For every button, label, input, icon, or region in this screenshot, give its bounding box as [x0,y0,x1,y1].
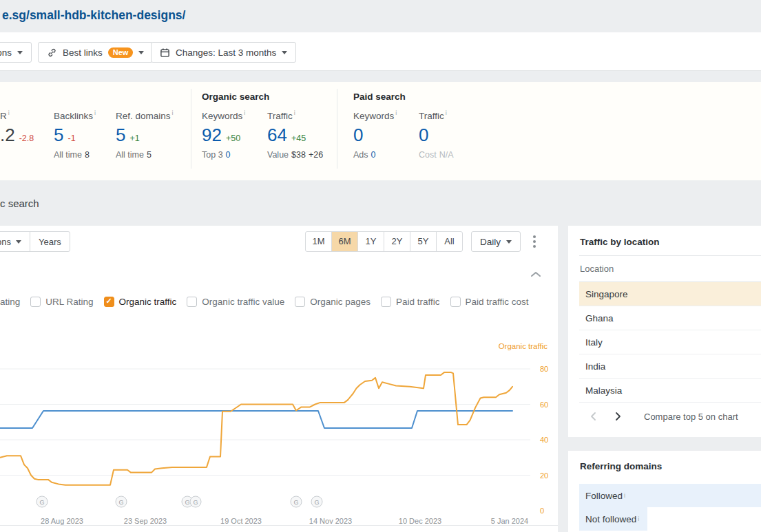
divider [337,89,337,169]
svg-text:23 Sep 2023: 23 Sep 2023 [124,517,167,525]
checkbox-unchecked-icon [450,297,461,307]
best-links-button[interactable]: Best links New [38,42,153,63]
legend-item-organic-pages[interactable]: Organic pages [295,297,371,307]
range-1m[interactable]: 1M [306,232,331,251]
location-row-italy[interactable]: Italy [579,330,761,354]
referring-domains-panel: Referring domains Followedi Not followed… [568,451,761,532]
changes-label: Changes: Last 3 months [176,47,276,58]
svg-text:28 Aug 2023: 28 Aug 2023 [41,517,83,525]
years-label: Years [39,237,61,247]
location-row-malaysia[interactable]: Malaysia [579,379,761,403]
info-icon[interactable]: i [294,109,295,116]
compare-top5-link[interactable]: Compare top 5 on chart [644,412,738,422]
target-url[interactable]: e.sg/small-hdb-kitchen-designs/ [2,8,185,23]
granularity-dropdown[interactable]: Daily [471,231,521,252]
svg-text:G: G [293,499,298,506]
svg-text:0: 0 [540,507,544,515]
cut-dropdown-button[interactable]: ons [0,42,32,63]
divider [0,525,558,526]
traffic-chart[interactable]: 02040608028 Aug 202323 Sep 202319 Oct 20… [0,354,558,532]
info-icon[interactable]: i [446,109,447,116]
changes-dropdown-button[interactable]: Changes: Last 3 months [151,42,296,63]
metric-organic-keywords: Keywordsi 92+50 Top 30 [202,109,245,160]
svg-text:10 Dec 2023: 10 Dec 2023 [399,517,441,525]
checkbox-unchecked-icon [187,297,197,307]
legend-item-fragment[interactable]: ating [0,297,20,307]
range-all[interactable]: All [436,232,462,251]
svg-text:G: G [118,499,123,506]
range-2y[interactable]: 2Y [384,232,410,251]
traffic-by-location-title: Traffic by location [579,226,761,256]
organic-keywords-delta: +50 [226,134,240,143]
chevron-left-icon [590,412,596,421]
backlinks-delta: -1 [67,134,75,143]
metric-ref-domains: Ref. domainsi 5+1 All time5 [116,109,174,160]
paid-keywords-value[interactable]: 0 [353,125,363,145]
page-header: e.sg/small-hdb-kitchen-designs/ [0,0,761,32]
chart-menu-button[interactable] [528,232,541,251]
svg-text:80: 80 [540,365,548,373]
svg-text:19 Oct 2023: 19 Oct 2023 [220,517,262,525]
svg-text:14 Nov 2023: 14 Nov 2023 [309,517,352,525]
calendar-icon [160,47,170,58]
prev-page-button[interactable] [585,408,601,425]
next-page-button[interactable] [609,408,626,425]
info-icon[interactable]: i [8,109,10,116]
range-6m[interactable]: 6M [331,232,357,251]
info-icon[interactable]: i [244,109,245,116]
location-row-india[interactable]: India [579,354,761,379]
paid-search-group-title: Paid search [353,92,406,102]
backlinks-value[interactable]: 5 [54,125,63,145]
tab-organic-search-fragment[interactable]: c search [0,198,39,209]
best-links-label: Best links [63,47,103,58]
legend-item-paid-traffic[interactable]: Paid traffic [381,297,440,307]
granularity-label: Daily [480,237,501,247]
checkbox-unchecked-icon [295,297,305,307]
period-toggle-group: ons Years [0,231,70,252]
not-followed-row[interactable]: Not followedi [579,507,761,531]
svg-text:60: 60 [540,401,548,409]
cut-period-button[interactable]: ons [0,232,30,251]
metric-organic-traffic: Traffici 64+45 Value$38+26 [267,109,323,160]
info-icon[interactable]: i [395,109,397,116]
range-5y[interactable]: 5Y [410,232,436,251]
traffic-by-location-panel: Traffic by location Location Singapore G… [568,226,761,437]
svg-text:40: 40 [540,436,548,444]
location-pager: Compare top 5 on chart [568,406,761,427]
legend-item-paid-traffic-cost[interactable]: Paid traffic cost [450,297,529,307]
svg-text:G: G [314,499,319,506]
cut-dropdown-label: ons [0,47,12,58]
chevron-down-icon [282,51,287,54]
metric-paid-keywords: Keywordsi 0 Ads0 [353,109,397,160]
checkbox-checked-icon [104,297,114,307]
checkbox-unchecked-icon [381,297,391,307]
ur-value: .2 [0,125,15,145]
followed-row[interactable]: Followedi [579,484,761,507]
metric-paid-traffic: Traffici 0 CostN/A [419,109,454,160]
location-row-ghana[interactable]: Ghana [579,306,761,330]
location-row-singapore[interactable]: Singapore [579,282,761,306]
overview-chart-panel: ons Years 1M 6M 1Y 2Y 5Y All Daily ating… [0,226,558,532]
organic-keywords-value[interactable]: 92 [202,125,222,145]
legend-item-organic-traffic-value[interactable]: Organic traffic value [187,297,284,307]
info-icon[interactable]: i [172,109,174,116]
collapse-chart-button[interactable] [530,269,541,279]
info-icon[interactable]: i [638,515,639,522]
chevron-up-icon [530,271,541,277]
legend-item-url-rating[interactable]: URL Rating [30,297,93,307]
svg-text:5 Jan 2024: 5 Jan 2024 [491,517,528,525]
page: { "header": { "url": "e.sg/small-hdb-kit… [0,0,761,532]
paid-traffic-value[interactable]: 0 [419,125,428,145]
referring-domains-title: Referring domains [579,451,761,484]
metrics-band: Organic search Paid search Ri .2-2.8 Bac… [0,82,761,180]
ref-domains-value[interactable]: 5 [116,125,125,145]
chevron-right-icon [615,412,621,421]
legend-item-organic-traffic[interactable]: Organic traffic [104,297,177,307]
years-button[interactable]: Years [30,232,70,251]
range-1y[interactable]: 1Y [357,232,384,251]
metric-url-rating: Ri .2-2.8 [0,109,34,145]
info-icon[interactable]: i [94,109,96,116]
info-icon[interactable]: i [624,492,625,499]
series-label-organic-traffic: Organic traffic [499,342,548,350]
organic-traffic-value[interactable]: 64 [267,125,287,145]
